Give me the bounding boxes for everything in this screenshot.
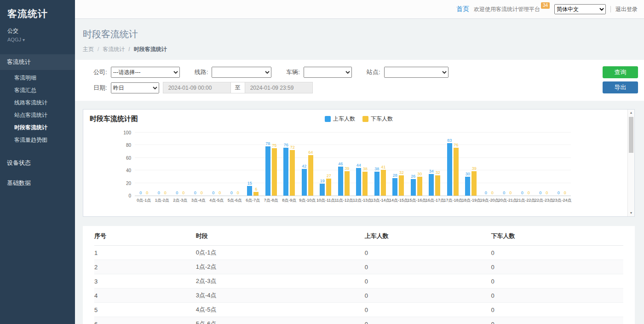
table-cell: 5点-6点 xyxy=(196,317,365,324)
sidebar-section-base-data[interactable]: 基础数据 xyxy=(0,175,75,191)
vehicle-select[interactable] xyxy=(304,67,352,78)
scrollbar-thumb[interactable] xyxy=(629,117,633,153)
bar-value-label: 0 xyxy=(539,191,541,195)
sidebar-section-device-status[interactable]: 设备状态 xyxy=(0,155,75,171)
bar xyxy=(381,170,386,196)
bar xyxy=(374,172,380,196)
table-row: 32点-3点00 xyxy=(94,274,623,289)
x-axis-label: 0点-1点 xyxy=(135,197,153,203)
page-title: 时段客流统计 xyxy=(83,28,635,40)
bar xyxy=(465,177,470,196)
sidebar-item-period-stats[interactable]: 时段客流统计 xyxy=(0,122,75,134)
company-label: 公司: xyxy=(93,68,107,76)
y-tick-label: 20 xyxy=(126,181,131,186)
table-cell: 0 xyxy=(365,274,491,289)
bar xyxy=(320,184,325,196)
table-cell: 6 xyxy=(94,317,196,324)
scroll-down-icon[interactable]: ▼ xyxy=(628,210,634,216)
bar-value-label: 0 xyxy=(182,191,184,195)
logout-link[interactable]: 退出登录 xyxy=(615,6,638,13)
topbar-divider xyxy=(610,6,611,12)
chart-legend: 上车人数下车人数 xyxy=(83,115,634,123)
col-header-boarding: 上车人数 xyxy=(365,227,491,246)
bar xyxy=(472,171,477,196)
bar xyxy=(283,148,288,196)
sidebar-item-station-stats[interactable]: 站点客流统计 xyxy=(0,109,75,122)
bar-group: 837617点-18点 xyxy=(444,133,462,196)
bar xyxy=(454,148,459,196)
home-link[interactable]: 首页 xyxy=(456,5,469,13)
table-row: 21点-2点00 xyxy=(94,260,623,274)
bar-group: 343216点-17点 xyxy=(426,133,444,196)
period-table: 序号 时段 上车人数 下车人数 10点-1点0021点-2点0032点-3点00… xyxy=(94,227,623,324)
x-axis-label: 16点-17点 xyxy=(426,197,444,203)
x-axis-label: 19点-20点 xyxy=(480,197,499,203)
sidebar-item-trend-chart[interactable]: 客流量趋势图 xyxy=(0,134,75,146)
station-select[interactable] xyxy=(384,67,448,78)
chart-scrollbar[interactable]: ▲ ▼ xyxy=(627,110,634,216)
bar-value-label: 0 xyxy=(139,191,142,195)
table-row: 54点-5点00 xyxy=(94,303,623,317)
line-select[interactable] xyxy=(212,67,271,78)
bar-value-label: 27 xyxy=(327,174,331,178)
x-axis-label: 20点-21点 xyxy=(498,197,517,203)
x-axis-label: 12点-13点 xyxy=(353,197,371,203)
table-cell: 0 xyxy=(365,317,491,324)
date-to-input[interactable] xyxy=(245,82,313,93)
bar-value-label: 44 xyxy=(356,163,361,168)
breadcrumb-passenger-stats[interactable]: 客流统计 xyxy=(94,46,125,52)
scroll-up-icon[interactable]: ▲ xyxy=(628,110,634,116)
bar xyxy=(399,175,404,196)
table-header-row: 序号 时段 上车人数 下车人数 xyxy=(94,227,623,246)
x-axis-label: 4点-5点 xyxy=(207,197,226,203)
legend-item[interactable]: 上车人数 xyxy=(325,115,355,123)
x-axis-label: 10点-11点 xyxy=(316,197,335,203)
bar-value-label: 0 xyxy=(503,191,505,195)
date-from-input[interactable] xyxy=(163,82,231,93)
bar-group: 004点-5点 xyxy=(207,133,226,196)
bar xyxy=(392,178,397,196)
bar-value-label: 0 xyxy=(146,191,148,195)
table-cell: 0点-1点 xyxy=(196,246,365,260)
bar-group: 384113点-14点 xyxy=(371,133,390,196)
vehicle-label: 车辆: xyxy=(286,68,300,76)
company-select[interactable]: ---请选择--- xyxy=(111,67,180,78)
bar-value-label: 32 xyxy=(399,170,404,175)
legend-item[interactable]: 下车人数 xyxy=(362,115,393,123)
breadcrumb-current: 时段客流统计 xyxy=(125,46,167,52)
bar-value-label: 0 xyxy=(564,191,566,195)
export-button[interactable]: 导出 xyxy=(603,81,638,93)
breadcrumb: 主页客流统计时段客流统计 xyxy=(83,46,635,53)
breadcrumb-home[interactable]: 主页 xyxy=(83,46,94,52)
bar-group: 001点-2点 xyxy=(153,133,172,196)
bar-group: 303918点-19点 xyxy=(462,133,480,196)
bar-group: 0020点-21点 xyxy=(498,133,517,196)
gridline xyxy=(135,132,571,133)
bar-value-label: 0 xyxy=(491,191,494,195)
bar-value-label: 0 xyxy=(212,191,214,195)
bar-value-label: 30 xyxy=(417,172,422,176)
sidebar-item-line-stats[interactable]: 线路客流统计 xyxy=(0,97,75,109)
bar xyxy=(417,177,422,196)
bar-value-label: 6 xyxy=(255,187,257,191)
date-preset-select[interactable]: 昨日 xyxy=(111,82,159,93)
org-dropdown[interactable]: AQGJ xyxy=(7,37,68,42)
bar-value-label: 28 xyxy=(393,173,397,178)
bar-group: 0023点-24点 xyxy=(553,133,571,196)
bar-value-label: 83 xyxy=(447,138,452,143)
bar-value-label: 0 xyxy=(230,191,233,195)
y-tick-label: 80 xyxy=(126,143,131,148)
query-button[interactable]: 查询 xyxy=(603,66,638,78)
legend-label: 下车人数 xyxy=(371,115,393,123)
table-cell: 0 xyxy=(491,303,623,317)
table-cell: 1点-2点 xyxy=(196,260,365,274)
bar-value-label: 78 xyxy=(265,141,270,146)
sidebar-item-passenger-detail[interactable]: 客流明细 xyxy=(0,72,75,84)
sidebar-section-passenger-stats[interactable]: 客流统计 xyxy=(0,54,75,70)
language-select[interactable]: 简体中文 xyxy=(554,4,606,14)
bar-value-label: 0 xyxy=(218,191,221,195)
x-axis-label: 14点-15点 xyxy=(389,197,408,203)
station-label: 站点: xyxy=(367,68,380,76)
notification-badge[interactable]: 34 xyxy=(541,2,550,9)
sidebar-item-passenger-summary[interactable]: 客流汇总 xyxy=(0,84,75,97)
